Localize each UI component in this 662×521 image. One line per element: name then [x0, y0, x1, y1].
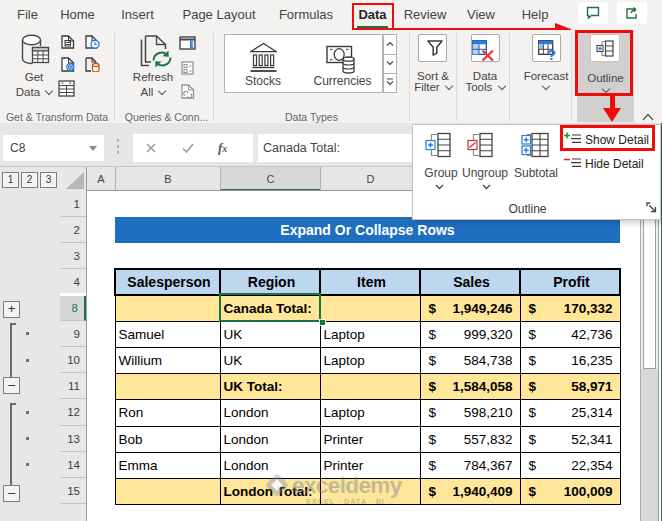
svg-text:?: ?	[547, 45, 556, 62]
